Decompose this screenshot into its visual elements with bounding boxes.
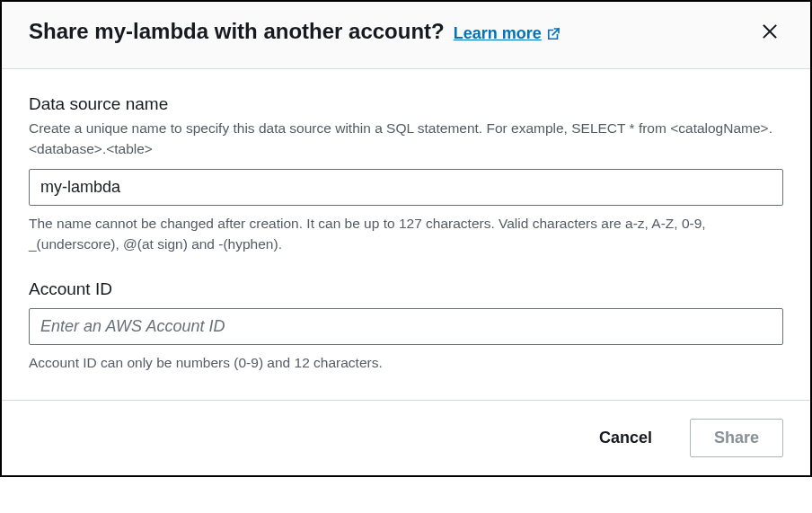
modal-title-wrap: Share my-lambda with another account? Le… [29,19,561,44]
account-id-label: Account ID [29,279,783,299]
modal-header: Share my-lambda with another account? Le… [2,2,810,69]
account-id-hint: Account ID can only be numbers (0-9) and… [29,352,783,373]
account-id-input[interactable] [29,308,783,345]
close-button[interactable] [756,18,783,45]
learn-more-label: Learn more [454,24,542,43]
modal-body: Data source name Create a unique name to… [2,69,810,400]
data-source-name-description: Create a unique name to specify this dat… [29,118,783,160]
data-source-name-field: Data source name Create a unique name to… [29,94,783,254]
cancel-button[interactable]: Cancel [576,420,675,456]
close-icon [760,22,780,41]
modal-footer: Cancel Share [2,400,810,475]
data-source-name-label: Data source name [29,94,783,114]
learn-more-link[interactable]: Learn more [454,24,561,43]
modal-title: Share my-lambda with another account? [29,19,445,44]
data-source-name-hint: The name cannot be changed after creatio… [29,213,783,255]
account-id-field: Account ID Account ID can only be number… [29,279,783,373]
share-button[interactable]: Share [690,419,783,457]
external-link-icon [545,26,561,42]
share-modal: Share my-lambda with another account? Le… [0,0,812,477]
data-source-name-input[interactable] [29,169,783,206]
